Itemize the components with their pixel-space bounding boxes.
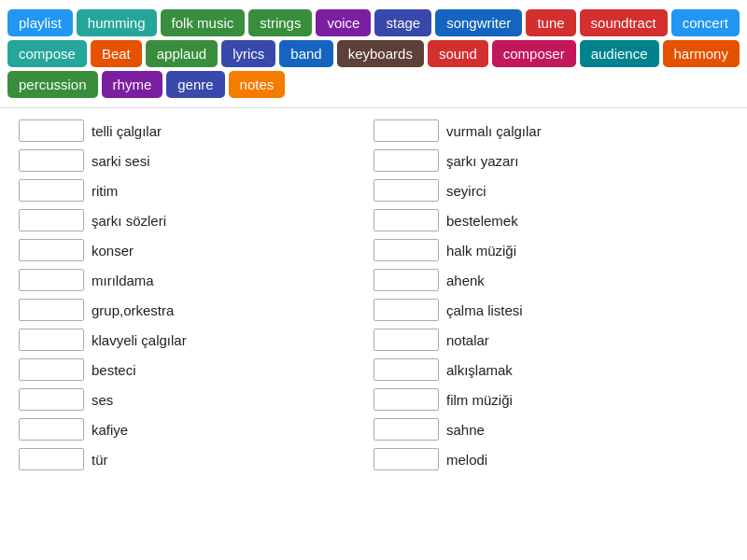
word-tag[interactable]: notes — [229, 71, 286, 98]
answer-input[interactable] — [374, 358, 439, 381]
turkish-label: tür — [92, 452, 108, 468]
word-tag[interactable]: stage — [374, 9, 431, 36]
word-bank: playlisthummingfolk musicstringsvoicesta… — [0, 0, 747, 108]
match-row: şarkı yazarı — [374, 146, 728, 175]
word-tag[interactable]: strings — [248, 9, 312, 36]
turkish-label: alkışlamak — [446, 362, 513, 378]
match-row: ahenk — [374, 265, 728, 295]
match-row: besteci — [19, 355, 374, 385]
answer-input[interactable] — [19, 388, 84, 411]
answer-input[interactable] — [374, 418, 439, 441]
turkish-label: besteci — [92, 362, 136, 378]
turkish-label: seyirci — [446, 183, 486, 199]
answer-input[interactable] — [19, 299, 84, 321]
answer-input[interactable] — [19, 239, 84, 261]
match-row: vurmalı çalgılar — [374, 116, 728, 146]
answer-input[interactable] — [374, 179, 439, 202]
answer-input[interactable] — [19, 358, 84, 381]
word-tag[interactable]: concert — [671, 9, 740, 36]
word-tag[interactable]: keyboards — [337, 40, 424, 67]
turkish-label: konser — [92, 243, 134, 259]
match-row: konser — [19, 235, 374, 265]
turkish-label: vurmalı çalgılar — [446, 123, 542, 139]
turkish-label: grup,orkestra — [92, 302, 174, 318]
turkish-label: mırıldama — [92, 273, 154, 288]
word-tag[interactable]: lyrics — [221, 40, 275, 67]
word-tag[interactable]: compose — [7, 40, 87, 67]
word-tag[interactable]: composer — [492, 40, 576, 67]
match-row: mırıldama — [19, 265, 374, 295]
turkish-label: ritim — [92, 183, 118, 199]
match-row: melodi — [374, 444, 728, 474]
answer-input[interactable] — [374, 119, 439, 142]
turkish-label: sarki sesi — [92, 153, 150, 169]
turkish-label: ses — [92, 392, 113, 408]
answer-input[interactable] — [374, 329, 439, 351]
match-row: notalar — [374, 325, 728, 355]
answer-input[interactable] — [19, 329, 84, 351]
match-row: ses — [19, 385, 374, 414]
turkish-label: klavyeli çalgılar — [92, 332, 187, 348]
answer-input[interactable] — [374, 149, 439, 172]
word-tag[interactable]: rhyme — [102, 71, 163, 98]
answer-input[interactable] — [19, 149, 84, 172]
turkish-label: kafiye — [92, 422, 128, 438]
match-row: bestelemek — [374, 205, 728, 235]
answer-input[interactable] — [374, 299, 439, 321]
word-tag[interactable]: tune — [526, 9, 575, 36]
turkish-label: şarkı sözleri — [92, 213, 166, 229]
word-tag[interactable]: genre — [166, 71, 224, 98]
turkish-label: melodi — [446, 452, 487, 468]
word-tag[interactable]: soundtract — [580, 9, 668, 36]
answer-input[interactable] — [374, 448, 439, 470]
match-row: seyirci — [374, 175, 728, 205]
word-tag[interactable]: applaud — [146, 40, 218, 67]
left-column: telli çalgılarsarki sesiritimşarkı sözle… — [19, 116, 374, 474]
answer-input[interactable] — [19, 448, 84, 470]
turkish-label: sahne — [446, 422, 485, 438]
answer-input[interactable] — [374, 209, 439, 231]
match-row: şarkı sözleri — [19, 205, 374, 235]
turkish-label: çalma listesi — [446, 302, 523, 318]
turkish-label: ahenk — [446, 273, 485, 288]
word-tag[interactable]: songwriter — [435, 9, 522, 36]
word-tag[interactable]: harmony — [663, 40, 740, 67]
answer-input[interactable] — [374, 388, 439, 411]
word-tag[interactable]: folk music — [161, 9, 246, 36]
turkish-label: notalar — [446, 332, 489, 348]
word-tag[interactable]: playlist — [7, 9, 73, 36]
match-row: alkışlamak — [374, 355, 728, 385]
match-row: ritim — [19, 175, 374, 205]
answer-input[interactable] — [19, 269, 84, 291]
word-tag[interactable]: Beat — [91, 40, 142, 67]
match-row: sahne — [374, 414, 728, 444]
match-row: kafiye — [19, 414, 374, 444]
answer-input[interactable] — [19, 119, 84, 142]
word-tag[interactable]: humming — [77, 9, 157, 36]
match-row: sarki sesi — [19, 146, 374, 175]
turkish-label: telli çalgılar — [92, 123, 162, 139]
answer-input[interactable] — [19, 179, 84, 202]
match-row: klavyeli çalgılar — [19, 325, 374, 355]
match-row: grup,orkestra — [19, 295, 374, 325]
word-tag[interactable]: sound — [428, 40, 488, 67]
match-row: telli çalgılar — [19, 116, 374, 146]
answer-input[interactable] — [374, 239, 439, 261]
match-row: film müziği — [374, 385, 728, 414]
answer-input[interactable] — [19, 418, 84, 441]
match-area: telli çalgılarsarki sesiritimşarkı sözle… — [0, 108, 747, 482]
word-tag[interactable]: band — [279, 40, 332, 67]
word-tag[interactable]: percussion — [7, 71, 98, 98]
match-row: tür — [19, 444, 374, 474]
turkish-label: halk müziği — [446, 243, 516, 259]
turkish-label: film müziği — [446, 392, 513, 408]
word-tag[interactable]: audience — [580, 40, 659, 67]
turkish-label: şarkı yazarı — [446, 153, 519, 169]
turkish-label: bestelemek — [446, 213, 518, 229]
word-tag[interactable]: voice — [316, 9, 371, 36]
answer-input[interactable] — [374, 269, 439, 291]
right-column: vurmalı çalgılarşarkı yazarıseyircibeste… — [374, 116, 728, 474]
answer-input[interactable] — [19, 209, 84, 231]
match-row: çalma listesi — [374, 295, 728, 325]
match-row: halk müziği — [374, 235, 728, 265]
